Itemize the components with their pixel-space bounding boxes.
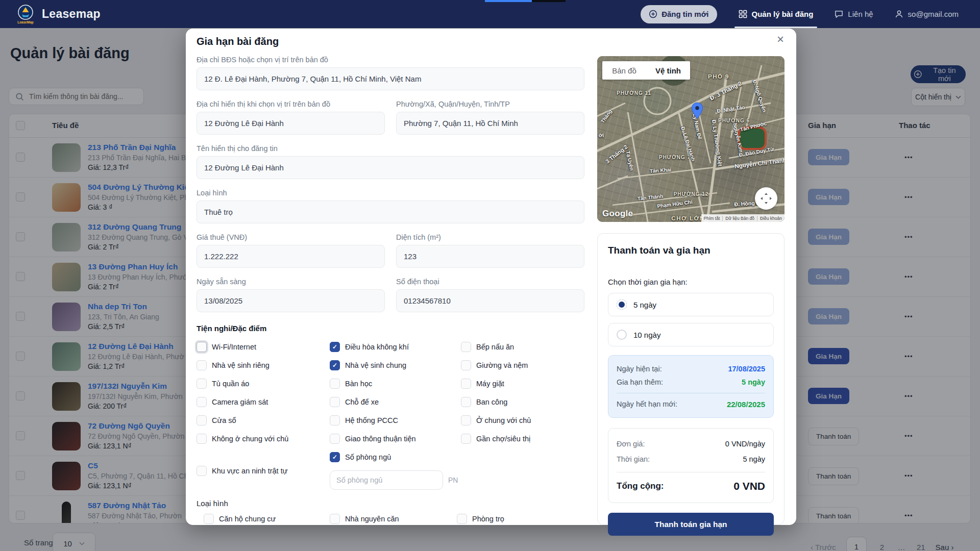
amenity-checkbox[interactable] bbox=[461, 342, 471, 352]
duration-options: 5 ngày10 ngày bbox=[608, 293, 774, 346]
amenity-checkbox[interactable] bbox=[197, 379, 207, 389]
amenity-label: Điều hòa không khí bbox=[345, 343, 409, 351]
top-dark-bar bbox=[532, 0, 566, 2]
nav-item-manage-posts[interactable]: Quản lý bài đăng bbox=[739, 0, 814, 28]
duration-option[interactable]: 5 ngày bbox=[608, 293, 774, 316]
amenity-label: Bếp nấu ăn bbox=[476, 343, 514, 351]
amenity-item: Ở chung với chủ bbox=[461, 414, 583, 426]
nav-manage-label: Quản lý bài đăng bbox=[752, 10, 814, 18]
amenity-checkbox[interactable] bbox=[330, 434, 340, 444]
summary-label: Ngày hết hạn mới: bbox=[617, 400, 677, 408]
amenity-label: Chỗ để xe bbox=[345, 398, 379, 406]
amenity-checkbox[interactable]: ✓ bbox=[330, 342, 340, 352]
available-date-field[interactable] bbox=[197, 289, 385, 312]
amenity-checkbox[interactable] bbox=[204, 514, 214, 524]
amenity-checkbox[interactable] bbox=[197, 415, 207, 425]
amenity-item: Nhà vệ sinh riêng bbox=[197, 359, 330, 371]
amenity-item: ✓Điều hòa không khí bbox=[330, 341, 461, 353]
map-attribution-link[interactable]: Dữ liệu Bản đồ bbox=[722, 216, 757, 221]
amenity-item: Gần chợ/siêu thị bbox=[461, 433, 583, 444]
amenity-item: Ban công bbox=[461, 396, 583, 408]
duration-radio[interactable] bbox=[617, 299, 627, 310]
price-field[interactable] bbox=[197, 245, 385, 268]
amenity-checkbox[interactable] bbox=[461, 360, 471, 370]
amenity-label: Ban công bbox=[476, 398, 507, 406]
amenity-item: Nhà nguyên căn bbox=[330, 513, 457, 524]
amenity-item: Bàn học bbox=[330, 378, 461, 389]
amenity-label: Tủ quần áo bbox=[212, 380, 249, 388]
summary-row: Ngày hết hạn mới:22/08/2025 bbox=[617, 397, 765, 411]
amenity-item: Máy giặt bbox=[461, 378, 583, 389]
map-label: Tháng bbox=[600, 109, 613, 124]
map-label: PHƯỜNG 6 bbox=[718, 118, 750, 123]
post-new-label: Đăng tin mới bbox=[662, 10, 708, 18]
summary-value: 5 ngày bbox=[742, 378, 765, 386]
display-name-field[interactable] bbox=[197, 156, 584, 179]
tab-satellite[interactable]: Vệ tinh bbox=[646, 61, 690, 80]
ward-field[interactable] bbox=[396, 112, 584, 135]
total-value: 0 VND bbox=[733, 480, 765, 492]
amenity-label: Ở chung với chủ bbox=[476, 416, 531, 424]
payment-title: Thanh toán và gia hạn bbox=[608, 245, 774, 256]
brand[interactable]: LeaseMap Leasemap bbox=[15, 4, 101, 25]
map-pan-control[interactable] bbox=[755, 187, 777, 210]
map-widget[interactable]: PHỐ 9PHƯỜNG 11Đ. 3 Tháng 2Đ. Ngô QuyềnĐ.… bbox=[597, 56, 785, 222]
bedrooms-input[interactable] bbox=[330, 470, 443, 490]
duration-option[interactable]: 10 ngày bbox=[608, 323, 774, 346]
amenity-checkbox[interactable] bbox=[330, 514, 340, 524]
amenity-checkbox[interactable] bbox=[457, 514, 467, 524]
amenity-item: Bếp nấu ăn bbox=[461, 341, 583, 353]
duration-radio[interactable] bbox=[617, 330, 627, 340]
amenity-checkbox[interactable]: ✓ bbox=[330, 452, 340, 462]
pay-renew-button[interactable]: Thanh toán gia hạn bbox=[608, 513, 774, 536]
map-label: Tân Khai bbox=[650, 167, 672, 174]
map-label: PHƯỜNG 12 bbox=[674, 191, 709, 197]
summary-label: Gia hạn thêm: bbox=[617, 378, 663, 386]
nav-item-contact[interactable]: Liên hệ bbox=[835, 0, 873, 28]
listing-type-field[interactable] bbox=[197, 201, 584, 223]
phone-field[interactable] bbox=[396, 289, 584, 312]
amenity-checkbox[interactable] bbox=[461, 415, 471, 425]
amenity-item: Căn hộ chung cư bbox=[204, 513, 330, 524]
grid-icon bbox=[739, 10, 747, 18]
amenity-item: ✓Nhà vệ sinh chung bbox=[330, 359, 461, 371]
area-label: Diện tích (m²) bbox=[396, 233, 584, 241]
amenity-label: Phòng trọ bbox=[472, 515, 504, 523]
amenity-checkbox[interactable] bbox=[197, 342, 207, 352]
amenity-label: Hệ thống PCCC bbox=[345, 416, 398, 424]
pricing-rows: Đơn giá:0 VND/ngàyThời gian:5 ngày bbox=[617, 436, 765, 467]
amenity-label: Cửa sổ bbox=[212, 416, 236, 424]
map-attribution-link[interactable]: Điều khoản bbox=[757, 216, 785, 221]
amenity-checkbox[interactable] bbox=[197, 434, 207, 444]
tab-map[interactable]: Bản đồ bbox=[602, 61, 646, 80]
summary-row: Gia hạn thêm:5 ngày bbox=[617, 375, 765, 389]
close-icon[interactable]: × bbox=[774, 33, 787, 46]
map-attribution-link[interactable]: Phím tắt bbox=[701, 216, 723, 221]
amenity-checkbox[interactable] bbox=[330, 415, 340, 425]
amenity-checkbox[interactable] bbox=[461, 434, 471, 444]
amenity-label: Nhà vệ sinh riêng bbox=[212, 361, 270, 369]
amenity-checkbox[interactable] bbox=[461, 397, 471, 407]
display-address-field[interactable] bbox=[197, 112, 385, 135]
amenity-checkbox[interactable] bbox=[330, 397, 340, 407]
pricing-value: 5 ngày bbox=[743, 455, 765, 463]
amenity-checkbox[interactable] bbox=[461, 379, 471, 389]
amenity-checkbox[interactable] bbox=[197, 360, 207, 370]
amenity-checkbox[interactable] bbox=[197, 466, 207, 476]
amenity-item: Giao thông thuận tiện bbox=[330, 433, 461, 444]
area-field[interactable] bbox=[396, 245, 584, 268]
amenity-label: Giường và nệm bbox=[476, 361, 528, 369]
amenity-checkbox[interactable] bbox=[330, 379, 340, 389]
summary-row: Ngày hiện tại:17/08/2025 bbox=[617, 362, 765, 375]
amenity-checkbox[interactable] bbox=[197, 397, 207, 407]
nav-item-account[interactable]: so@gmail.com bbox=[895, 0, 959, 28]
chat-icon bbox=[835, 10, 843, 18]
nav-account-label: so@gmail.com bbox=[908, 10, 959, 18]
amenity-item: Tủ quần áo bbox=[197, 378, 330, 389]
amenities-column-1: Wi-Fi/InternetNhà vệ sinh riêngTủ quần á… bbox=[197, 341, 330, 490]
leasemap-logo-icon: LeaseMap bbox=[15, 4, 36, 25]
amenity-checkbox[interactable]: ✓ bbox=[330, 360, 340, 370]
post-new-button[interactable]: Đăng tin mới bbox=[641, 5, 717, 23]
address-field[interactable] bbox=[197, 67, 584, 90]
amenity-item: Hệ thống PCCC bbox=[330, 414, 461, 426]
